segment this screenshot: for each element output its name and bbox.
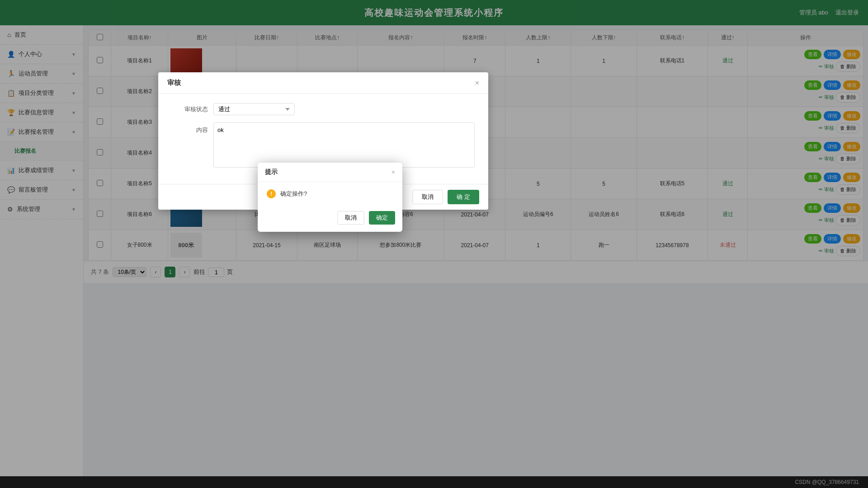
audit-confirm-btn[interactable]: 确 定 xyxy=(448,190,479,204)
confirm-dialog-title: 提示 xyxy=(265,168,278,176)
confirm-dialog-close-btn[interactable]: × xyxy=(392,169,395,176)
audit-content-textarea[interactable]: ok xyxy=(213,122,475,168)
confirm-dialog-body: ! 确定操作? xyxy=(258,182,402,207)
audit-modal-header: 审核 × xyxy=(158,72,488,94)
confirm-dialog-header: 提示 × xyxy=(258,163,402,182)
confirm-cancel-btn[interactable]: 取消 xyxy=(337,211,364,225)
audit-status-select[interactable]: 通过 未通过 xyxy=(213,103,295,115)
confirm-ok-btn[interactable]: 确定 xyxy=(369,211,395,225)
content-label: 内容 xyxy=(172,122,208,134)
audit-modal-title: 审核 xyxy=(167,79,181,87)
status-label: 审核状态 xyxy=(172,105,208,113)
confirm-dialog-footer: 取消 确定 xyxy=(258,207,402,232)
audit-cancel-btn[interactable]: 取消 xyxy=(412,190,443,204)
form-row-content: 内容 ok xyxy=(172,122,475,168)
confirm-dialog: 提示 × ! 确定操作? 取消 确定 xyxy=(258,163,402,232)
confirm-message: 确定操作? xyxy=(280,190,307,198)
warning-icon: ! xyxy=(267,189,276,198)
form-row-status: 审核状态 通过 未通过 xyxy=(172,103,475,115)
audit-modal-close-btn[interactable]: × xyxy=(475,79,479,87)
